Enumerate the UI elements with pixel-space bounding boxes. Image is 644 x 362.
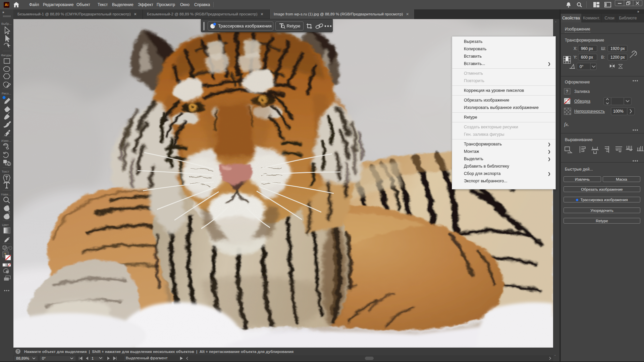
svg-text:?: ? (566, 89, 568, 94)
svg-text:Обводка: Обводка (574, 99, 590, 104)
svg-text:»: » (2, 10, 4, 14)
svg-text:1200 px: 1200 px (610, 55, 625, 60)
svg-text:В:: В: (601, 55, 605, 60)
svg-text:Изме...: Изме... (1, 139, 11, 142)
svg-text:Выбр...: Выбр... (1, 22, 11, 25)
svg-text:Текст: Текст (2, 170, 9, 173)
svg-text:600 px: 600 px (581, 55, 593, 60)
svg-text:Ш:: Ш: (601, 46, 606, 51)
svg-text:960 px: 960 px (581, 46, 593, 51)
svg-text:Нави...: Нави... (1, 193, 11, 196)
svg-text:Рисо...: Рисо... (2, 92, 11, 95)
svg-text:Непрозрачность: Непрозрачность (574, 109, 605, 114)
svg-text:fx.: fx. (564, 122, 569, 127)
svg-text:Фигуры: Фигуры (1, 54, 11, 57)
svg-text:Заливка: Заливка (574, 89, 590, 94)
svg-text:Цвет: Цвет (2, 223, 9, 227)
svg-text:100%: 100% (613, 109, 624, 114)
svg-text:1920 px: 1920 px (610, 46, 625, 51)
svg-text:1: 1 (92, 357, 94, 360)
svg-text:X:: X: (574, 46, 577, 51)
svg-text:0°: 0° (580, 64, 584, 69)
svg-text:Y:: Y: (574, 55, 577, 60)
